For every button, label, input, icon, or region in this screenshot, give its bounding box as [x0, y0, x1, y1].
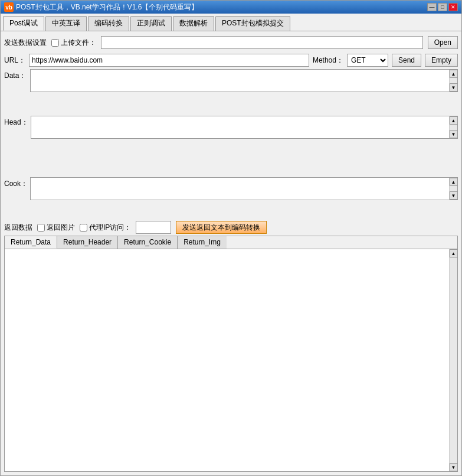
return-tab-img[interactable]: Return_Img [178, 236, 227, 249]
proxy-label[interactable]: 代理IP访问： [80, 223, 131, 233]
data-scrollbar: ▲ ▼ [449, 70, 457, 92]
tab-encode[interactable]: 编码转换 [88, 16, 129, 31]
head-textarea[interactable] [31, 116, 449, 136]
proxy-checkbox[interactable] [80, 224, 87, 232]
return-img-label[interactable]: 返回图片 [37, 223, 75, 233]
maximize-button[interactable]: □ [438, 3, 447, 11]
convert-button[interactable]: 发送返回文本到编码转换 [176, 221, 267, 234]
upload-file-checkbox-label[interactable]: 上传文件： [51, 38, 96, 48]
return-content-area: ▲ ▼ [4, 249, 458, 472]
minimize-button[interactable]: — [427, 3, 437, 11]
return-tab-data[interactable]: Return_Data [5, 236, 57, 249]
send-section-label: 发送数据设置 [4, 38, 47, 48]
data-textarea-wrapper: ▲ ▼ [30, 69, 458, 92]
cook-scroll-track [450, 186, 458, 191]
return-tab-header[interactable]: Return_Header [57, 236, 118, 249]
method-select[interactable]: GET POST PUT DELETE HEAD [347, 54, 388, 67]
upload-file-label: 上传文件： [61, 38, 96, 48]
proxy-input[interactable] [136, 221, 171, 234]
title-controls: — □ ✕ [427, 3, 458, 11]
data-label: Data： [4, 69, 28, 81]
cook-scroll-up[interactable]: ▲ [450, 178, 458, 186]
title-bar: vb POST封包工具，VB.net学习作品！V1.6【个别代码重写】 — □ … [1, 1, 461, 14]
return-tab-cookie[interactable]: Return_Cookie [118, 236, 178, 249]
return-img-text: 返回图片 [47, 223, 75, 233]
url-input[interactable] [29, 54, 309, 67]
head-scroll-up[interactable]: ▲ [450, 116, 458, 125]
tab-post[interactable]: Post调试 [3, 16, 44, 31]
cook-label: Cook： [4, 177, 28, 189]
cook-textarea-wrapper: ▲ ▼ [30, 177, 458, 200]
cook-scroll-down[interactable]: ▼ [450, 191, 458, 200]
cook-textarea[interactable] [31, 178, 449, 198]
return-tab-bar: Return_Data Return_Header Return_Cookie … [4, 236, 458, 249]
main-tab-bar: Post调试 中英互译 编码转换 正则调试 数据解析 POST封包模拟提交 [1, 14, 461, 31]
content-area: 发送数据设置 上传文件： Open URL： Method： GET POST … [1, 31, 461, 475]
empty-button[interactable]: Empty [425, 54, 458, 67]
return-header: 返回数据 返回图片 代理IP访问： 发送返回文本到编码转换 [4, 221, 458, 234]
return-scroll-track [450, 257, 458, 463]
return-content-textarea[interactable] [5, 249, 449, 471]
return-scroll-down[interactable]: ▼ [450, 463, 458, 471]
head-textarea-wrapper: ▲ ▼ [31, 116, 458, 139]
url-label: URL： [4, 56, 25, 66]
open-button[interactable]: Open [428, 36, 458, 49]
head-scrollbar: ▲ ▼ [449, 116, 457, 138]
return-scroll-up[interactable]: ▲ [450, 249, 458, 257]
head-scroll-down[interactable]: ▼ [450, 130, 458, 138]
method-label: Method： [313, 56, 343, 66]
data-scroll-down[interactable]: ▼ [450, 83, 458, 92]
main-window: vb POST封包工具，VB.net学习作品！V1.6【个别代码重写】 — □ … [0, 0, 462, 476]
data-textarea[interactable] [31, 70, 449, 90]
close-button[interactable]: ✕ [448, 3, 458, 11]
data-scroll-track [450, 78, 458, 83]
send-button[interactable]: Send [392, 54, 421, 67]
return-section: 返回数据 返回图片 代理IP访问： 发送返回文本到编码转换 Return_Dat… [4, 221, 458, 472]
proxy-text: 代理IP访问： [89, 223, 131, 233]
head-scroll-track [450, 125, 458, 130]
title-bar-left: vb POST封包工具，VB.net学习作品！V1.6【个别代码重写】 [4, 2, 198, 12]
tab-translate[interactable]: 中英互译 [45, 16, 87, 31]
tab-packet[interactable]: POST封包模拟提交 [215, 16, 290, 31]
return-scrollbar: ▲ ▼ [449, 249, 457, 471]
window-title: POST封包工具，VB.net学习作品！V1.6【个别代码重写】 [16, 2, 198, 12]
return-img-checkbox[interactable] [37, 224, 45, 232]
cook-scrollbar: ▲ ▼ [449, 178, 457, 200]
app-icon: vb [4, 2, 14, 12]
return-label: 返回数据 [4, 223, 32, 233]
data-scroll-up[interactable]: ▲ [450, 70, 458, 78]
tab-parse[interactable]: 数据解析 [173, 16, 214, 31]
file-path-input[interactable] [101, 36, 423, 49]
tab-regex[interactable]: 正则调试 [130, 16, 172, 31]
upload-file-checkbox[interactable] [51, 39, 59, 47]
head-label: Head： [4, 116, 28, 128]
